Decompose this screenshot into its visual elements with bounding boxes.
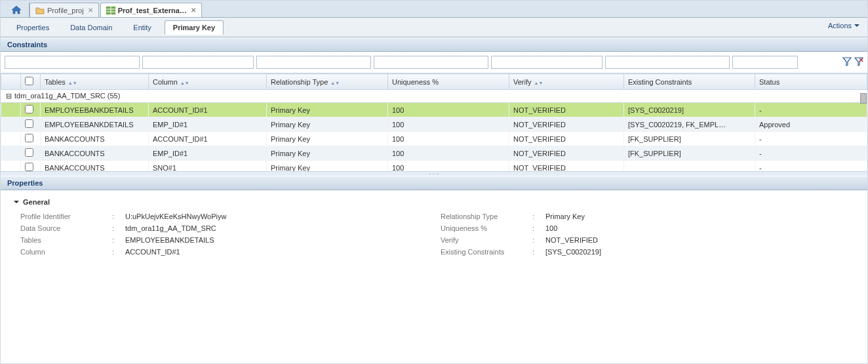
header-tables[interactable]: Tables▲▼ (41, 74, 149, 90)
cell-verify: NOT_VERIFIED (509, 103, 624, 117)
filter-icon[interactable] (842, 57, 852, 68)
column-label: Column (20, 248, 112, 256)
actions-label: Actions (828, 22, 852, 30)
filter-existing[interactable] (605, 56, 730, 69)
subtab-entity[interactable]: Entity (125, 21, 159, 34)
relationship-type-value: Primary Key (545, 212, 585, 220)
header-uniqueness[interactable]: Uniqueness % (388, 74, 509, 90)
column-value: ACCOUNT_ID#1 (125, 248, 180, 256)
cell-uniqueness: 100 (388, 146, 509, 161)
filter-row (1, 52, 867, 73)
subtab-properties[interactable]: Properties (9, 21, 57, 34)
cell-uniqueness: 100 (388, 103, 509, 117)
constraints-section-header: Constraints (1, 37, 867, 52)
cell-status: - (755, 146, 867, 161)
header-expand (1, 74, 21, 90)
cell-status: Approved (755, 117, 867, 132)
cell-tables: BANKACCOUNTS (41, 132, 149, 146)
row-checkbox[interactable] (25, 119, 33, 128)
folder-icon (35, 7, 45, 14)
header-status[interactable]: Status (755, 74, 867, 90)
header-verify[interactable]: Verify▲▼ (509, 74, 624, 90)
cell-status: - (755, 132, 867, 146)
uniqueness-value: 100 (545, 224, 557, 232)
uniqueness-label: Uniqueness % (441, 224, 532, 232)
relationship-type-label: Relationship Type (441, 212, 532, 220)
cell-existing (624, 161, 755, 172)
home-tab[interactable] (3, 3, 30, 17)
constraints-table: Tables▲▼ Column▲▼ Relationship Type▲▼ Un… (1, 73, 867, 172)
filter-clear-icon[interactable] (854, 57, 863, 68)
cell-tables: EMPLOYEEBANKDETAILS (41, 103, 149, 117)
header-checkbox[interactable] (21, 74, 41, 90)
home-icon (11, 5, 22, 14)
tab-label: Prof_test_Externa… (118, 7, 187, 14)
row-checkbox[interactable] (25, 163, 33, 171)
cell-uniqueness: 100 (388, 132, 509, 146)
cell-existing: [FK_SUPPLIER] (624, 132, 755, 146)
profile-identifier-value: U:uPkUejvKEeKsHNwyWoPiyw (125, 212, 226, 220)
filter-tables[interactable] (5, 56, 140, 69)
cell-relationship-type: Primary Key (267, 132, 388, 146)
cell-uniqueness: 100 (388, 161, 509, 172)
row-checkbox[interactable] (25, 105, 33, 113)
cell-verify: NOT_VERIFIED (509, 117, 624, 132)
row-checkbox[interactable] (25, 148, 33, 157)
filter-relationship-type[interactable] (256, 56, 371, 69)
existing-constraints-label: Existing Constraints (441, 248, 532, 256)
grid-icon (106, 7, 115, 14)
tables-value: EMPLOYEEBANKDETAILS (125, 236, 214, 244)
table-row[interactable]: BANKACCOUNTSSNO#1Primary Key100NOT_VERIF… (1, 161, 867, 172)
verify-value: NOT_VERIFIED (545, 236, 598, 244)
tab-prof-test-externa[interactable]: Prof_test_Externa… ✕ (100, 3, 202, 17)
header-existing-constraints[interactable]: Existing Constraints (624, 74, 755, 90)
table-row[interactable]: BANKACCOUNTSACCOUNT_ID#1Primary Key100NO… (1, 132, 867, 146)
row-checkbox[interactable] (25, 134, 33, 142)
scrollbar-thumb[interactable] (860, 93, 867, 104)
cell-relationship-type: Primary Key (267, 161, 388, 172)
cell-existing: [FK_SUPPLIER] (624, 146, 755, 161)
table-row[interactable]: EMPLOYEEBANKDETAILSACCOUNT_ID#1Primary K… (1, 103, 867, 117)
filter-column[interactable] (142, 56, 254, 69)
filter-verify[interactable] (491, 56, 602, 69)
data-source-value: tdm_ora11g_AA_TDM_SRC (125, 224, 216, 232)
cell-column: SNO#1 (149, 161, 267, 172)
cell-verify: NOT_VERIFIED (509, 161, 624, 172)
existing-constraints-value: [SYS_C0020219] (545, 248, 601, 256)
header-column[interactable]: Column▲▼ (149, 74, 267, 90)
properties-section-header: Properties (1, 176, 867, 190)
filter-uniqueness[interactable] (374, 56, 488, 69)
cell-tables: BANKACCOUNTS (41, 161, 149, 172)
actions-menu[interactable]: Actions (828, 22, 859, 30)
tab-profile-proj[interactable]: Profile_proj ✕ (30, 3, 99, 17)
general-toggle[interactable]: General (14, 198, 854, 206)
group-label: tdm_ora11g_AA_TDM_SRC (55) (14, 92, 120, 100)
filter-status[interactable] (732, 56, 798, 69)
cell-relationship-type: Primary Key (267, 117, 388, 132)
collapse-icon[interactable]: ⊟ (5, 92, 12, 100)
tab-label: Profile_proj (47, 7, 84, 14)
cell-relationship-type: Primary Key (267, 103, 388, 117)
subtab-data-domain[interactable]: Data Domain (62, 21, 120, 34)
select-all-checkbox[interactable] (25, 77, 33, 85)
group-row[interactable]: ⊟tdm_ora11g_AA_TDM_SRC (55) (1, 90, 867, 103)
cell-verify: NOT_VERIFIED (509, 132, 624, 146)
tab-close-icon[interactable]: ✕ (88, 7, 93, 14)
cell-verify: NOT_VERIFIED (509, 146, 624, 161)
cell-tables: BANKACCOUNTS (41, 146, 149, 161)
verify-label: Verify (441, 236, 532, 244)
table-row[interactable]: BANKACCOUNTSEMP_ID#1Primary Key100NOT_VE… (1, 146, 867, 161)
cell-status: - (755, 103, 867, 117)
table-row[interactable]: EMPLOYEEBANKDETAILSEMP_ID#1Primary Key10… (1, 117, 867, 132)
header-relationship-type[interactable]: Relationship Type▲▼ (267, 74, 388, 90)
tables-label: Tables (20, 236, 112, 244)
profile-identifier-label: Profile Identifier (20, 212, 112, 220)
cell-column: ACCOUNT_ID#1 (149, 103, 267, 117)
cell-tables: EMPLOYEEBANKDETAILS (41, 117, 149, 132)
subtab-primary-key[interactable]: Primary Key (165, 20, 224, 35)
cell-column: EMP_ID#1 (149, 117, 267, 132)
data-source-label: Data Source (20, 224, 112, 232)
cell-uniqueness: 100 (388, 117, 509, 132)
cell-status: - (755, 161, 867, 172)
tab-close-icon[interactable]: ✕ (191, 7, 196, 14)
